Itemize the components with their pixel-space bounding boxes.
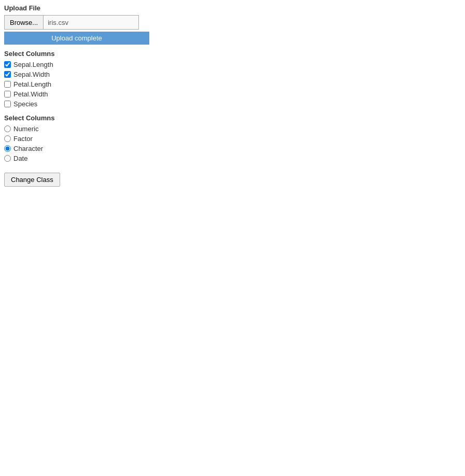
- checkbox-label-petal-length: Petal.Length: [13, 80, 51, 88]
- checkbox-petal-length[interactable]: [4, 81, 11, 88]
- radio-label-date: Date: [13, 155, 27, 162]
- checkbox-sepal-length[interactable]: [4, 61, 11, 68]
- radio-label-numeric: Numeric: [13, 125, 38, 133]
- select-columns-radio-section: Select Columns Numeric Factor Character …: [4, 114, 461, 162]
- checkbox-label-petal-width: Petal.Width: [13, 90, 48, 98]
- upload-section-title: Upload File: [4, 4, 461, 12]
- radio-item-factor[interactable]: Factor: [4, 135, 461, 143]
- select-columns-checkbox-section: Select Columns Sepal.Length Sepal.Width …: [4, 50, 461, 108]
- checkbox-species[interactable]: [4, 101, 11, 107]
- checkbox-label-sepal-length: Sepal.Length: [13, 61, 53, 68]
- radio-item-character[interactable]: Character: [4, 145, 461, 152]
- checkbox-item-sepal-length[interactable]: Sepal.Length: [4, 61, 461, 68]
- browse-button[interactable]: Browse...: [4, 15, 43, 30]
- checkbox-label-sepal-width: Sepal.Width: [13, 71, 50, 78]
- radio-character[interactable]: [4, 145, 11, 152]
- checkbox-label-species: Species: [13, 100, 37, 108]
- checkbox-petal-width[interactable]: [4, 91, 11, 97]
- radio-label-factor: Factor: [13, 135, 33, 143]
- radio-numeric[interactable]: [4, 125, 11, 132]
- radio-label-character: Character: [13, 145, 43, 152]
- radio-item-numeric[interactable]: Numeric: [4, 125, 461, 133]
- upload-complete-status: Upload complete: [4, 32, 149, 45]
- radio-factor[interactable]: [4, 135, 11, 142]
- radio-date[interactable]: [4, 155, 11, 162]
- upload-section: Upload File Browse... iris.csv Upload co…: [4, 4, 461, 45]
- checkbox-item-petal-length[interactable]: Petal.Length: [4, 80, 461, 88]
- radio-item-date[interactable]: Date: [4, 155, 461, 162]
- file-input-row: Browse... iris.csv: [4, 15, 461, 30]
- checkbox-sepal-width[interactable]: [4, 71, 11, 78]
- select-columns-radio-title: Select Columns: [4, 114, 461, 122]
- file-name-display: iris.csv: [43, 15, 139, 30]
- change-class-button[interactable]: Change Class: [4, 173, 60, 187]
- checkbox-item-sepal-width[interactable]: Sepal.Width: [4, 71, 461, 78]
- select-columns-checkbox-title: Select Columns: [4, 50, 461, 58]
- checkbox-item-species[interactable]: Species: [4, 100, 461, 108]
- checkbox-item-petal-width[interactable]: Petal.Width: [4, 90, 461, 98]
